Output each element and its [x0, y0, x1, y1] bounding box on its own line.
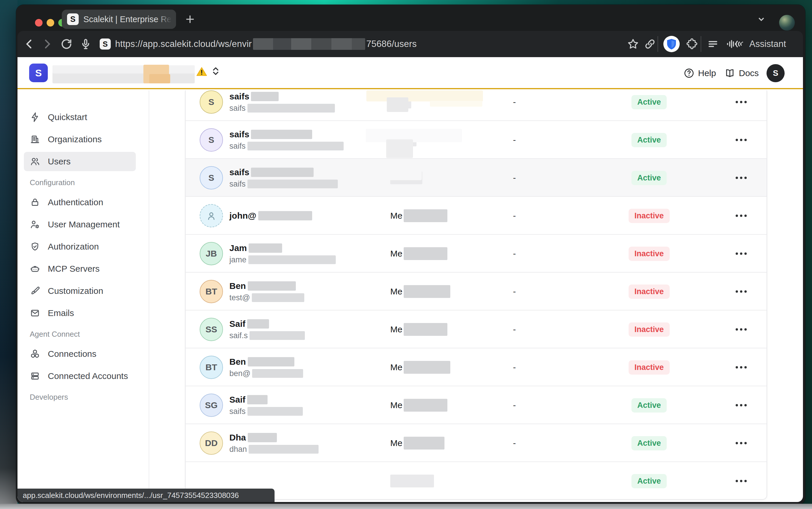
user-name: saifs — [230, 92, 335, 101]
row-actions-menu-icon[interactable] — [736, 386, 747, 424]
sidebar-item-customization[interactable]: Customization — [17, 280, 149, 302]
avatar — [200, 204, 223, 227]
status-bar-text: app.scalekit.cloud/ws/environments/.../u… — [23, 491, 239, 500]
row-actions-menu-icon[interactable] — [736, 424, 747, 462]
sidebar-item-label: Connections — [48, 349, 97, 359]
close-traffic-light[interactable] — [35, 19, 42, 27]
sidebar-item-label: MCP Servers — [48, 264, 100, 274]
status-cell: Active — [631, 424, 667, 462]
bitwarden-shield-icon[interactable] — [663, 36, 680, 52]
avatar: DD — [200, 432, 223, 455]
url-bar[interactable]: https://app.scalekit.cloud/ws/envir 7568… — [115, 31, 417, 57]
tabs-chevron-down-icon[interactable] — [756, 13, 767, 25]
row-actions-menu-icon[interactable] — [736, 348, 747, 386]
user-name-block: Jamjame — [230, 235, 336, 273]
table-row[interactable]: JBJamjameMe-Inactive — [186, 235, 767, 273]
sidebar-item-organizations[interactable]: Organizations — [17, 128, 149, 150]
status-cell: Active — [631, 462, 667, 500]
email-redaction — [252, 293, 304, 302]
table-row[interactable]: Ssaifssaifs-Active — [186, 121, 767, 159]
table-row[interactable]: Ssaifssaifs-Active — [186, 159, 767, 197]
user-avatar[interactable]: S — [767, 64, 785, 82]
membership-cell: Me — [390, 424, 445, 462]
table-row[interactable]: SSSaifsaif.sMe-Inactive — [186, 310, 767, 348]
user-email: test@ — [230, 293, 304, 302]
bookmark-star-icon[interactable] — [627, 38, 639, 50]
table-row[interactable]: Ssaifssaifs-Active — [186, 90, 767, 121]
user-name: Saif — [230, 319, 305, 329]
assistant-label: Assistant — [749, 39, 786, 49]
toolbar-separator — [701, 36, 701, 52]
user-email: ben@ — [230, 369, 303, 378]
row-actions-menu-icon[interactable] — [736, 235, 747, 273]
sidebar-section-label: Developers — [17, 387, 149, 406]
name-redaction — [248, 357, 294, 367]
scalekit-app-page: S Help — [17, 57, 803, 502]
sidebar: QuickstartOrganizationsUsersConfiguratio… — [17, 90, 149, 502]
assistant-button[interactable]: Assistant — [733, 31, 786, 57]
row-actions-menu-icon[interactable] — [736, 159, 747, 197]
new-tab-plus-icon[interactable] — [184, 13, 197, 26]
status-badge: Inactive — [629, 360, 670, 375]
membership-redaction — [390, 475, 434, 487]
extensions-puzzle-icon[interactable] — [685, 38, 698, 50]
sidebar-item-emails[interactable]: Emails — [17, 302, 149, 324]
sidebar-item-authentication[interactable]: Authentication — [17, 191, 149, 213]
membership-cell: Me — [390, 386, 447, 424]
user-name-block: saifssaifs — [230, 90, 335, 121]
profile-sphere[interactable] — [779, 15, 795, 31]
browser-toolbar: S https://app.scalekit.cloud/ws/envir 75… — [17, 31, 803, 57]
status-cell: Inactive — [629, 235, 670, 273]
minimize-traffic-light[interactable] — [47, 19, 54, 27]
table-row[interactable]: SGSaifsaifsMe-Active — [186, 386, 767, 424]
last-signin-cell: - — [508, 386, 520, 424]
last-signin-cell: - — [508, 273, 520, 310]
urlbar-favicon: S — [100, 38, 111, 49]
sidebar-item-quickstart[interactable]: Quickstart — [17, 106, 149, 128]
reader-lines-icon[interactable] — [706, 38, 719, 50]
docs-button[interactable]: Docs — [724, 57, 759, 89]
row-actions-menu-icon[interactable] — [736, 197, 747, 235]
stack-icon — [30, 371, 40, 381]
table-row[interactable]: BTBenben@Me-Inactive — [186, 348, 767, 386]
status-badge: Active — [631, 95, 667, 109]
last-signin-cell: - — [508, 121, 520, 159]
sidebar-item-connections[interactable]: Connections — [17, 343, 149, 365]
table-row[interactable]: john@Me-Inactive — [186, 197, 767, 235]
workspace-switcher-chevrons-icon[interactable] — [210, 66, 221, 79]
row-actions-menu-icon[interactable] — [736, 121, 747, 159]
membership-redaction — [404, 399, 447, 412]
url-redaction — [253, 38, 365, 50]
row-actions-menu-icon[interactable] — [736, 90, 747, 121]
forward-icon[interactable] — [41, 38, 54, 50]
back-icon[interactable] — [23, 38, 36, 50]
tab-favicon: S — [67, 13, 79, 25]
membership-cell — [390, 159, 422, 197]
sidebar-item-label: Users — [48, 157, 71, 166]
browser-tab[interactable]: S Scalekit | Enterprise Ready A — [62, 10, 176, 29]
help-button[interactable]: Help — [683, 57, 716, 89]
reload-icon[interactable] — [60, 38, 73, 50]
status-badge: Inactive — [629, 284, 670, 299]
row-actions-menu-icon[interactable] — [736, 273, 747, 310]
row-actions-menu-icon[interactable] — [736, 462, 747, 500]
sidebar-item-user-management[interactable]: User Management — [17, 213, 149, 236]
name-redaction — [251, 92, 279, 101]
user-name-block: saifssaifs — [230, 121, 344, 159]
sidebar-item-mcp-servers[interactable]: MCP Servers — [17, 258, 149, 280]
row-actions-menu-icon[interactable] — [736, 310, 747, 348]
copy-link-icon[interactable] — [643, 38, 656, 50]
mic-icon[interactable] — [79, 38, 92, 50]
table-row[interactable]: BTBentest@Me-Inactive — [186, 273, 767, 310]
sidebar-item-authorization[interactable]: Authorization — [17, 236, 149, 258]
email-redaction — [247, 179, 338, 188]
user-name: Saif — [230, 395, 303, 405]
email-redaction — [252, 369, 303, 378]
user-name: john@ — [230, 211, 312, 221]
sidebar-item-users[interactable]: Users — [17, 150, 149, 173]
sidebar-item-connected-accounts[interactable]: Connected Accounts — [17, 365, 149, 387]
membership-redaction — [404, 209, 447, 222]
table-row[interactable]: DDDhadhanMe-Active — [186, 424, 767, 462]
user-name-block: Saifsaifs — [230, 386, 303, 424]
avatar: BT — [200, 355, 223, 379]
